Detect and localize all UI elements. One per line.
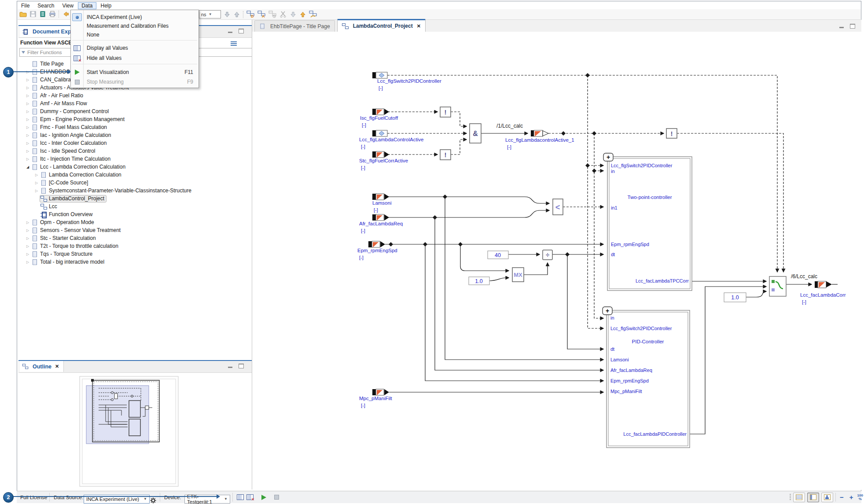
menu-file[interactable]: File (18, 2, 33, 9)
view-menu-icon[interactable] (231, 41, 237, 46)
menu-item-none[interactable]: None (71, 30, 199, 39)
port-mpc-pmanifilt[interactable]: Mpc_pManiFilt [-] (359, 389, 393, 408)
tree-item[interactable]: ▷[C-Code Source] (19, 179, 251, 187)
menu-item-start-visualization[interactable]: Start Visualization F11 (71, 68, 199, 77)
outline-thumbnail[interactable] (79, 376, 180, 488)
view-document-button[interactable] (793, 493, 805, 502)
pid-controller-block[interactable]: + in Lcc_flgSwitch2PIDController PID-Con… (603, 307, 690, 448)
menu-item-inca-experiment-live[interactable]: INCA Experiment (Live) (71, 13, 199, 22)
refresh-block-icon[interactable] (309, 11, 317, 18)
view-split-button[interactable] (807, 493, 819, 502)
menu-help[interactable]: Help (97, 2, 115, 9)
menu-data[interactable]: Data (78, 2, 96, 9)
display-values-icon[interactable] (237, 494, 244, 500)
tree-expander-collapsed-icon[interactable]: ▷ (25, 78, 31, 82)
tree-item[interactable]: LambdaControl_Project (19, 195, 251, 202)
tree-item[interactable]: ▷T2t - Torque to throttle calculation (19, 242, 251, 250)
port-lcc-flglambdacontrolactive-1[interactable]: /1/Lcc_calc Lcc_flgLambdacontrolActive_1… (496, 123, 574, 150)
minimize-editor-icon[interactable] (839, 27, 844, 28)
port-lamsoni[interactable]: Lamsoni [-] (372, 194, 391, 213)
tree-expander-collapsed-icon[interactable]: ▷ (25, 94, 31, 98)
save-icon[interactable] (29, 11, 37, 18)
move-up-icon[interactable] (299, 11, 306, 18)
expand-block-icon[interactable]: + (606, 307, 609, 314)
close-icon[interactable]: ✕ (55, 364, 59, 369)
tree-expander-collapsed-icon[interactable]: ▷ (25, 102, 31, 106)
relayout-default-icon[interactable]: D (246, 11, 255, 18)
menu-item-measurement-calibration-files[interactable]: Measurement and Calibration Files (71, 22, 199, 30)
toolbar-grip[interactable] (790, 494, 791, 501)
not-block-1[interactable]: ! (440, 107, 451, 117)
max-block[interactable]: MX (512, 268, 524, 282)
constant-1.0-b[interactable]: 1.0 (724, 293, 746, 302)
relayout-disabled-icon[interactable] (268, 11, 277, 18)
less-than-block[interactable]: < (553, 199, 563, 215)
tree-expander-collapsed-icon[interactable]: ▷ (33, 181, 40, 185)
tree-expander-collapsed-icon[interactable]: ▷ (25, 228, 31, 232)
tree-expander-collapsed-icon[interactable]: ▷ (25, 157, 31, 161)
tree-expander-collapsed-icon[interactable]: ▷ (25, 118, 31, 121)
zoom-in-button[interactable]: + (848, 493, 855, 501)
gear-icon[interactable] (150, 497, 156, 504)
functions-combobox[interactable]: ns▼ (199, 10, 221, 18)
tree-item[interactable]: ▷Isc - Idle Speed Control (19, 147, 251, 155)
tree-item[interactable]: ▷Icc - Inter Cooler Calculation (19, 139, 251, 147)
open-folder-icon[interactable] (19, 11, 27, 18)
block-diagram-canvas[interactable]: Lcc_flgSwitch2PIDController [-] Isc_flgF… (252, 32, 861, 490)
minimize-panel-icon[interactable] (228, 367, 232, 368)
tree-expander-collapsed-icon[interactable]: ▷ (33, 189, 40, 193)
not-block-2[interactable]: ! (440, 150, 451, 160)
tree-expander-collapsed-icon[interactable]: ▷ (25, 260, 31, 264)
arrow-down-icon[interactable] (224, 11, 231, 18)
tree-item[interactable]: ▷Amf - Air Mass Flow (19, 99, 251, 107)
constant-40[interactable]: 40 (488, 251, 508, 259)
tree-item[interactable]: ▷Systemconstant-Parameter-Variable-Class… (19, 187, 251, 195)
tree-expander-collapsed-icon[interactable]: ▷ (25, 141, 31, 145)
tab-lambdacontrol-project[interactable]: LambdaControl_Project ✕ (337, 19, 426, 32)
tree-item[interactable]: ▷Total - big interactive model (19, 258, 251, 266)
menu-view[interactable]: View (59, 2, 77, 9)
tree-item[interactable]: ▷Stc - Starter Calculation (19, 234, 251, 242)
tree-expander-collapsed-icon[interactable]: ▷ (25, 133, 31, 137)
tree-expander-collapsed-icon[interactable]: ▷ (25, 244, 31, 248)
tree-item[interactable]: ▷Itc - Injection Time Calculation (19, 155, 251, 163)
constant-1.0-a[interactable]: 1.0 (469, 277, 489, 285)
stop-measuring-icon[interactable] (274, 495, 279, 500)
menu-item-hide-all-values[interactable]: Hide all Values (71, 54, 199, 63)
view-presentation-button[interactable] (821, 493, 833, 502)
tree-item[interactable]: Function Overview (19, 210, 251, 218)
scissors-icon[interactable] (279, 11, 287, 18)
not-block-3[interactable]: ! (666, 129, 677, 138)
tree-item[interactable]: ▷Sensors - Sensor Value Treatment (19, 226, 251, 234)
tree-expander-collapsed-icon[interactable]: ▷ (25, 125, 31, 129)
and-block[interactable]: & (470, 124, 481, 143)
tree-item[interactable]: ▷Lambda Correction Calculation (19, 171, 251, 179)
port-lcc-flgswitch2pidcontroller[interactable]: Lcc_flgSwitch2PIDController [-] (372, 72, 441, 91)
tab-ehbtitlepage[interactable]: EhbTitlePage - Title Page (254, 20, 335, 32)
tree-expander-collapsed-icon[interactable]: ▷ (25, 149, 31, 153)
zoom-level[interactable]: 100 % (857, 494, 863, 501)
tree-item[interactable]: ◢Lcc - Lambda Correction Calculation (19, 163, 251, 171)
move-down-icon[interactable] (290, 11, 297, 18)
print-icon[interactable] (49, 11, 56, 18)
tree-expander-collapsed-icon[interactable]: ▷ (25, 110, 31, 114)
tree-expander-collapsed-icon[interactable]: ▷ (33, 173, 40, 177)
outline-tab[interactable]: Outline ✕ (19, 361, 64, 372)
switch-block[interactable] (769, 276, 786, 296)
library-icon[interactable] (39, 11, 46, 18)
tree-expander-collapsed-icon[interactable]: ▷ (25, 86, 31, 90)
hide-values-icon[interactable] (246, 494, 254, 500)
start-measuring-icon[interactable] (261, 495, 266, 500)
menu-item-display-all-values[interactable]: Display all Values (71, 44, 199, 52)
port-stc-flgfuelcorractive[interactable]: Stc_flgFuelCorrActive [-] (359, 151, 408, 170)
tree-item[interactable]: ▷Tqs - Torque Structure (19, 250, 251, 258)
zoom-out-button[interactable]: − (838, 493, 846, 501)
tree-item[interactable]: ▷Afr - Air Fuel Ratio (19, 92, 251, 99)
tree-item[interactable]: ▷Epm - Engine Position Management (19, 115, 251, 123)
minimize-panel-icon[interactable] (228, 32, 232, 33)
menu-search[interactable]: Search (34, 2, 58, 9)
tree-expander-collapsed-icon[interactable]: ▷ (25, 221, 31, 224)
maximize-panel-icon[interactable] (239, 364, 244, 368)
tree-item[interactable]: cLcc (19, 202, 251, 210)
tree-expander-collapsed-icon[interactable]: ▷ (25, 252, 31, 256)
